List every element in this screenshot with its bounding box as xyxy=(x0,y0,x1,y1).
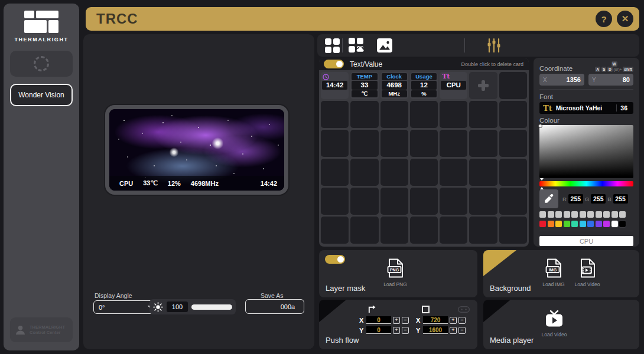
color-swatch[interactable] xyxy=(539,221,546,227)
decrement-button[interactable]: − xyxy=(458,327,466,334)
empty-card-slot[interactable] xyxy=(350,130,378,157)
color-swatch[interactable] xyxy=(571,211,578,218)
usage-card[interactable]: Usage 12 % xyxy=(410,72,438,99)
color-swatch[interactable] xyxy=(619,211,626,218)
layout-grid-button[interactable] xyxy=(322,37,342,54)
empty-card-slot[interactable] xyxy=(321,130,349,157)
coordinate-y-field[interactable]: Y 80 xyxy=(588,74,633,86)
card-text-input[interactable] xyxy=(539,236,633,246)
color-swatch[interactable] xyxy=(580,211,586,218)
color-swatch[interactable] xyxy=(555,211,562,218)
load-img-button[interactable]: IMG Load IMG xyxy=(539,258,568,287)
hue-slider[interactable] xyxy=(539,181,633,186)
empty-card-slot[interactable] xyxy=(350,101,378,128)
empty-card-slot[interactable] xyxy=(469,188,497,215)
color-swatch[interactable] xyxy=(580,221,586,227)
empty-card-slot[interactable] xyxy=(410,101,438,128)
empty-card-slot[interactable] xyxy=(440,217,467,244)
color-swatch[interactable] xyxy=(564,211,570,218)
media-load-video-button[interactable]: Load Video xyxy=(538,310,571,337)
empty-card-slot[interactable] xyxy=(440,159,467,186)
empty-card-slot[interactable] xyxy=(440,130,467,157)
empty-card-slot[interactable] xyxy=(380,217,408,244)
font-selector[interactable]: Tt Microsoft YaHei 36 xyxy=(539,102,633,114)
empty-card-slot[interactable] xyxy=(380,159,408,186)
image-mode-button[interactable] xyxy=(375,37,395,54)
empty-card-slot[interactable] xyxy=(321,188,349,215)
empty-card-slot[interactable] xyxy=(440,101,467,128)
decrement-button[interactable]: − xyxy=(458,317,466,324)
empty-card-slot[interactable] xyxy=(469,101,497,128)
empty-card-slot[interactable] xyxy=(380,130,408,157)
text-card[interactable]: Tt CPU xyxy=(440,72,467,99)
time-card[interactable]: 14:42 xyxy=(321,72,349,99)
empty-card-slot[interactable] xyxy=(410,188,438,215)
color-swatch[interactable] xyxy=(587,221,594,227)
origin-y-value[interactable]: 0 xyxy=(366,326,391,334)
color-swatch[interactable] xyxy=(587,211,594,218)
empty-card-slot[interactable] xyxy=(499,130,527,157)
increment-button[interactable]: + xyxy=(393,327,400,334)
increment-button[interactable]: + xyxy=(393,317,400,324)
empty-card-slot[interactable] xyxy=(499,217,527,244)
eyedropper-button[interactable] xyxy=(539,189,558,208)
settings-sliders-button[interactable] xyxy=(484,37,504,54)
size-y-value[interactable]: 1600 xyxy=(423,326,448,334)
empty-card-slot[interactable] xyxy=(410,217,438,244)
origin-x-value[interactable]: 0 xyxy=(366,316,391,324)
temp-card[interactable]: TEMP 33 ℃ xyxy=(350,72,378,99)
increment-button[interactable]: + xyxy=(450,317,457,324)
grid-cloud-button[interactable] xyxy=(346,37,366,54)
save-as-input[interactable] xyxy=(246,303,330,310)
empty-card-slot[interactable] xyxy=(350,188,378,215)
color-swatch[interactable] xyxy=(548,211,554,218)
empty-card-slot[interactable] xyxy=(469,159,497,186)
add-card-button[interactable] xyxy=(469,72,497,99)
color-swatch[interactable] xyxy=(619,221,626,227)
color-swatch[interactable] xyxy=(571,221,578,227)
help-button[interactable]: ? xyxy=(596,11,612,27)
close-button[interactable]: ✕ xyxy=(617,11,633,27)
picker-cursor[interactable] xyxy=(538,124,542,128)
empty-card-slot[interactable] xyxy=(350,217,378,244)
brightness-slider[interactable] xyxy=(191,304,232,310)
coordinate-x-field[interactable]: X 1356 xyxy=(539,74,584,86)
decrement-button[interactable]: − xyxy=(402,317,409,324)
empty-card-slot[interactable] xyxy=(440,188,467,215)
empty-card-slot[interactable] xyxy=(469,217,497,244)
color-swatch[interactable] xyxy=(596,211,602,218)
color-swatch[interactable] xyxy=(612,221,618,227)
load-video-button[interactable]: Load Video xyxy=(571,258,604,287)
color-swatch[interactable] xyxy=(603,211,610,218)
gauge-button[interactable] xyxy=(10,51,73,77)
layer-mask-toggle[interactable] xyxy=(325,255,345,264)
wonder-vision-button[interactable]: Wonder Vision xyxy=(10,84,73,106)
control-center-button[interactable]: THERMALRIGHT Control Center xyxy=(10,317,73,342)
increment-button[interactable]: + xyxy=(450,327,457,334)
empty-card-slot[interactable] xyxy=(499,101,527,128)
empty-card-slot[interactable] xyxy=(410,159,438,186)
color-swatch[interactable] xyxy=(612,211,618,218)
decrement-button[interactable]: − xyxy=(402,327,409,334)
color-swatch[interactable] xyxy=(596,221,602,227)
b-value[interactable]: 255 xyxy=(613,194,628,204)
empty-card-slot[interactable] xyxy=(499,72,527,99)
clock-card[interactable]: Clock 4698 MHz xyxy=(380,72,408,99)
load-png-button[interactable]: PNG Load PNG xyxy=(379,258,412,287)
color-swatch[interactable] xyxy=(539,211,546,218)
empty-card-slot[interactable] xyxy=(410,130,438,157)
color-swatch[interactable] xyxy=(555,221,562,227)
empty-card-slot[interactable] xyxy=(380,188,408,215)
empty-card-slot[interactable] xyxy=(499,159,527,186)
color-swatch[interactable] xyxy=(548,221,554,227)
g-value[interactable]: 255 xyxy=(591,194,606,204)
empty-card-slot[interactable] xyxy=(321,217,349,244)
empty-card-slot[interactable] xyxy=(499,188,527,215)
empty-card-slot[interactable] xyxy=(380,101,408,128)
empty-card-slot[interactable] xyxy=(321,159,349,186)
r-value[interactable]: 255 xyxy=(568,194,583,204)
saturation-picker[interactable] xyxy=(539,125,633,178)
empty-card-slot[interactable] xyxy=(469,130,497,157)
size-x-value[interactable]: 720 xyxy=(423,316,448,324)
color-swatch[interactable] xyxy=(603,221,610,227)
